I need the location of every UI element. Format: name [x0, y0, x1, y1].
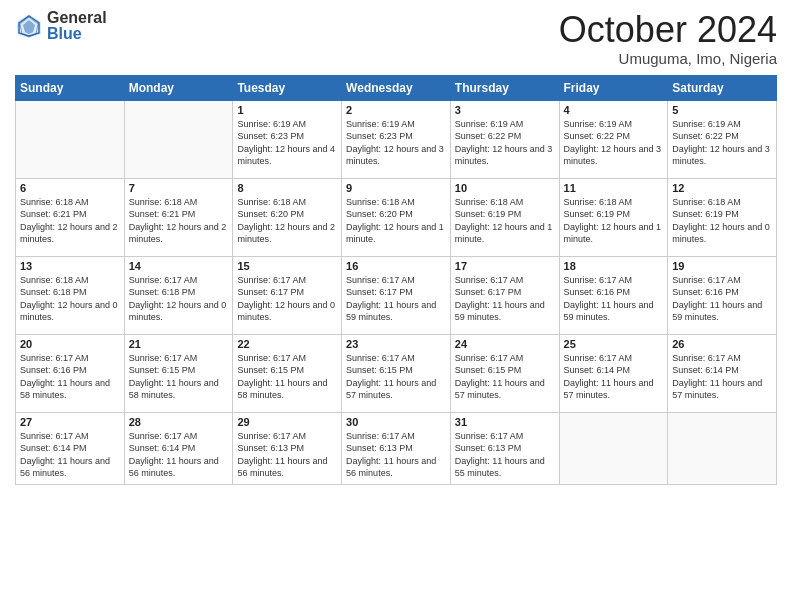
day-number: 23: [346, 338, 446, 350]
calendar-cell: 5Sunrise: 6:19 AM Sunset: 6:22 PM Daylig…: [668, 100, 777, 178]
calendar-week-row: 13Sunrise: 6:18 AM Sunset: 6:18 PM Dayli…: [16, 256, 777, 334]
calendar-week-row: 20Sunrise: 6:17 AM Sunset: 6:16 PM Dayli…: [16, 334, 777, 412]
day-number: 31: [455, 416, 555, 428]
calendar-cell: 22Sunrise: 6:17 AM Sunset: 6:15 PM Dayli…: [233, 334, 342, 412]
calendar-cell: 18Sunrise: 6:17 AM Sunset: 6:16 PM Dayli…: [559, 256, 668, 334]
day-number: 15: [237, 260, 337, 272]
day-number: 6: [20, 182, 120, 194]
day-number: 20: [20, 338, 120, 350]
day-info: Sunrise: 6:17 AM Sunset: 6:17 PM Dayligh…: [455, 274, 555, 324]
calendar-table: SundayMondayTuesdayWednesdayThursdayFrid…: [15, 75, 777, 485]
day-number: 1: [237, 104, 337, 116]
day-info: Sunrise: 6:18 AM Sunset: 6:21 PM Dayligh…: [129, 196, 229, 246]
day-info: Sunrise: 6:17 AM Sunset: 6:18 PM Dayligh…: [129, 274, 229, 324]
day-number: 4: [564, 104, 664, 116]
day-number: 29: [237, 416, 337, 428]
day-number: 26: [672, 338, 772, 350]
day-info: Sunrise: 6:19 AM Sunset: 6:22 PM Dayligh…: [672, 118, 772, 168]
weekday-header: Sunday: [16, 75, 125, 100]
day-number: 30: [346, 416, 446, 428]
day-info: Sunrise: 6:17 AM Sunset: 6:14 PM Dayligh…: [20, 430, 120, 480]
day-number: 25: [564, 338, 664, 350]
day-info: Sunrise: 6:17 AM Sunset: 6:17 PM Dayligh…: [346, 274, 446, 324]
day-info: Sunrise: 6:19 AM Sunset: 6:23 PM Dayligh…: [346, 118, 446, 168]
calendar-cell: 25Sunrise: 6:17 AM Sunset: 6:14 PM Dayli…: [559, 334, 668, 412]
day-number: 28: [129, 416, 229, 428]
day-info: Sunrise: 6:17 AM Sunset: 6:14 PM Dayligh…: [672, 352, 772, 402]
calendar-cell: 13Sunrise: 6:18 AM Sunset: 6:18 PM Dayli…: [16, 256, 125, 334]
logo-blue-text: Blue: [47, 26, 107, 42]
calendar-cell: 20Sunrise: 6:17 AM Sunset: 6:16 PM Dayli…: [16, 334, 125, 412]
day-info: Sunrise: 6:18 AM Sunset: 6:21 PM Dayligh…: [20, 196, 120, 246]
day-number: 7: [129, 182, 229, 194]
calendar-cell: 26Sunrise: 6:17 AM Sunset: 6:14 PM Dayli…: [668, 334, 777, 412]
location: Umuguma, Imo, Nigeria: [559, 50, 777, 67]
day-number: 22: [237, 338, 337, 350]
day-info: Sunrise: 6:19 AM Sunset: 6:23 PM Dayligh…: [237, 118, 337, 168]
day-info: Sunrise: 6:17 AM Sunset: 6:13 PM Dayligh…: [455, 430, 555, 480]
day-info: Sunrise: 6:18 AM Sunset: 6:18 PM Dayligh…: [20, 274, 120, 324]
calendar-cell: 12Sunrise: 6:18 AM Sunset: 6:19 PM Dayli…: [668, 178, 777, 256]
calendar-cell: 29Sunrise: 6:17 AM Sunset: 6:13 PM Dayli…: [233, 412, 342, 484]
day-info: Sunrise: 6:17 AM Sunset: 6:17 PM Dayligh…: [237, 274, 337, 324]
day-info: Sunrise: 6:17 AM Sunset: 6:15 PM Dayligh…: [346, 352, 446, 402]
logo: General Blue: [15, 10, 107, 42]
logo-icon: [15, 12, 43, 40]
weekday-header: Saturday: [668, 75, 777, 100]
day-number: 9: [346, 182, 446, 194]
day-number: 8: [237, 182, 337, 194]
calendar-cell: 4Sunrise: 6:19 AM Sunset: 6:22 PM Daylig…: [559, 100, 668, 178]
page: General Blue October 2024 Umuguma, Imo, …: [0, 0, 792, 612]
weekday-header: Wednesday: [342, 75, 451, 100]
day-number: 12: [672, 182, 772, 194]
calendar-cell: 30Sunrise: 6:17 AM Sunset: 6:13 PM Dayli…: [342, 412, 451, 484]
day-number: 13: [20, 260, 120, 272]
day-number: 27: [20, 416, 120, 428]
calendar-cell: 6Sunrise: 6:18 AM Sunset: 6:21 PM Daylig…: [16, 178, 125, 256]
day-number: 17: [455, 260, 555, 272]
day-number: 21: [129, 338, 229, 350]
day-number: 5: [672, 104, 772, 116]
calendar-cell: 17Sunrise: 6:17 AM Sunset: 6:17 PM Dayli…: [450, 256, 559, 334]
day-info: Sunrise: 6:17 AM Sunset: 6:15 PM Dayligh…: [129, 352, 229, 402]
day-info: Sunrise: 6:19 AM Sunset: 6:22 PM Dayligh…: [455, 118, 555, 168]
day-number: 11: [564, 182, 664, 194]
day-number: 10: [455, 182, 555, 194]
calendar-cell: 24Sunrise: 6:17 AM Sunset: 6:15 PM Dayli…: [450, 334, 559, 412]
day-number: 18: [564, 260, 664, 272]
calendar-week-row: 27Sunrise: 6:17 AM Sunset: 6:14 PM Dayli…: [16, 412, 777, 484]
calendar-cell: [124, 100, 233, 178]
day-info: Sunrise: 6:17 AM Sunset: 6:13 PM Dayligh…: [346, 430, 446, 480]
day-number: 3: [455, 104, 555, 116]
calendar-week-row: 1Sunrise: 6:19 AM Sunset: 6:23 PM Daylig…: [16, 100, 777, 178]
calendar-cell: 3Sunrise: 6:19 AM Sunset: 6:22 PM Daylig…: [450, 100, 559, 178]
day-info: Sunrise: 6:17 AM Sunset: 6:16 PM Dayligh…: [564, 274, 664, 324]
calendar-cell: 15Sunrise: 6:17 AM Sunset: 6:17 PM Dayli…: [233, 256, 342, 334]
title-block: October 2024 Umuguma, Imo, Nigeria: [559, 10, 777, 67]
calendar-cell: [559, 412, 668, 484]
weekday-header: Tuesday: [233, 75, 342, 100]
calendar-cell: 16Sunrise: 6:17 AM Sunset: 6:17 PM Dayli…: [342, 256, 451, 334]
day-info: Sunrise: 6:17 AM Sunset: 6:16 PM Dayligh…: [672, 274, 772, 324]
calendar-cell: 21Sunrise: 6:17 AM Sunset: 6:15 PM Dayli…: [124, 334, 233, 412]
day-info: Sunrise: 6:18 AM Sunset: 6:20 PM Dayligh…: [237, 196, 337, 246]
calendar-cell: [668, 412, 777, 484]
logo-general-text: General: [47, 10, 107, 26]
day-info: Sunrise: 6:17 AM Sunset: 6:14 PM Dayligh…: [564, 352, 664, 402]
day-number: 14: [129, 260, 229, 272]
weekday-header-row: SundayMondayTuesdayWednesdayThursdayFrid…: [16, 75, 777, 100]
calendar-cell: 9Sunrise: 6:18 AM Sunset: 6:20 PM Daylig…: [342, 178, 451, 256]
day-info: Sunrise: 6:17 AM Sunset: 6:14 PM Dayligh…: [129, 430, 229, 480]
calendar-cell: 19Sunrise: 6:17 AM Sunset: 6:16 PM Dayli…: [668, 256, 777, 334]
calendar-week-row: 6Sunrise: 6:18 AM Sunset: 6:21 PM Daylig…: [16, 178, 777, 256]
calendar-cell: 14Sunrise: 6:17 AM Sunset: 6:18 PM Dayli…: [124, 256, 233, 334]
calendar-cell: [16, 100, 125, 178]
day-info: Sunrise: 6:17 AM Sunset: 6:15 PM Dayligh…: [455, 352, 555, 402]
day-info: Sunrise: 6:17 AM Sunset: 6:16 PM Dayligh…: [20, 352, 120, 402]
header: General Blue October 2024 Umuguma, Imo, …: [15, 10, 777, 67]
day-number: 16: [346, 260, 446, 272]
logo-text: General Blue: [47, 10, 107, 42]
weekday-header: Thursday: [450, 75, 559, 100]
day-info: Sunrise: 6:18 AM Sunset: 6:19 PM Dayligh…: [672, 196, 772, 246]
calendar-cell: 31Sunrise: 6:17 AM Sunset: 6:13 PM Dayli…: [450, 412, 559, 484]
